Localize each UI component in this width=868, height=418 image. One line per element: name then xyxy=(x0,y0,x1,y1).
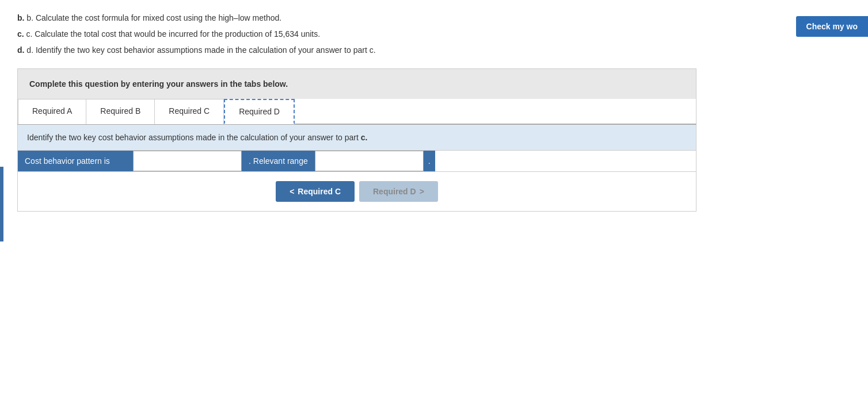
end-dot: . xyxy=(424,151,435,171)
intro-c-text: c. Calculate the total cost that would b… xyxy=(26,29,321,39)
nav-buttons: < Required C Required D > xyxy=(18,172,696,211)
next-button-label: Required D xyxy=(373,187,416,196)
intro-c-bold: c. xyxy=(17,29,24,39)
instruction-row: Identify the two key cost behavior assum… xyxy=(18,125,696,151)
intro-b-text: b. Calculate the cost formula for mixed … xyxy=(26,13,281,22)
page-wrapper: Check my wo b. b. Calculate the cost for… xyxy=(0,11,868,418)
intro-line-c: c. c. Calculate the total cost that woul… xyxy=(17,28,696,41)
intro-d-text: d. Identify the two key cost behavior as… xyxy=(26,45,375,55)
tab-required-c[interactable]: Required C xyxy=(155,99,224,124)
question-box: Complete this question by entering your … xyxy=(17,68,696,99)
prev-chevron-icon: < xyxy=(290,187,294,196)
tab-required-b-label: Required B xyxy=(100,106,140,116)
tabs-container: Required A Required B Required C Require… xyxy=(17,99,696,125)
intro-b-bold: b. xyxy=(17,13,24,22)
intro-line-b: b. b. Calculate the cost formula for mix… xyxy=(17,11,696,25)
prev-button-label: Required C xyxy=(298,187,341,196)
prev-button[interactable]: < Required C xyxy=(276,181,355,202)
main-content: b. b. Calculate the cost formula for mix… xyxy=(17,11,696,212)
tab-required-d-label: Required D xyxy=(239,107,280,116)
cost-behavior-input[interactable] xyxy=(133,151,242,171)
tab-required-d[interactable]: Required D xyxy=(224,99,295,124)
left-accent-bar xyxy=(0,167,3,241)
check-my-work-button[interactable]: Check my wo xyxy=(796,16,868,37)
instruction-text: Identify the two key cost behavior assum… xyxy=(27,133,361,142)
intro-d-bold: d. xyxy=(17,45,24,55)
tab-required-b[interactable]: Required B xyxy=(86,99,155,124)
cost-behavior-label: Cost behavior pattern is xyxy=(18,151,133,171)
relevant-range-label: . Relevant range xyxy=(242,151,315,171)
content-panel: Identify the two key cost behavior assum… xyxy=(17,125,696,212)
question-box-text: Complete this question by entering your … xyxy=(29,79,288,89)
relevant-range-input[interactable] xyxy=(315,151,424,171)
tab-required-a-label: Required A xyxy=(32,106,72,116)
next-button[interactable]: Required D > xyxy=(359,181,438,202)
instruction-bold: c. xyxy=(361,133,368,142)
tab-required-c-label: Required C xyxy=(169,106,210,116)
intro-text: b. b. Calculate the cost formula for mix… xyxy=(17,11,696,57)
next-chevron-icon: > xyxy=(420,187,424,196)
tab-required-a[interactable]: Required A xyxy=(18,99,86,124)
intro-line-d: d. d. Identify the two key cost behavior… xyxy=(17,44,696,57)
answer-row: Cost behavior pattern is . Relevant rang… xyxy=(18,151,696,172)
